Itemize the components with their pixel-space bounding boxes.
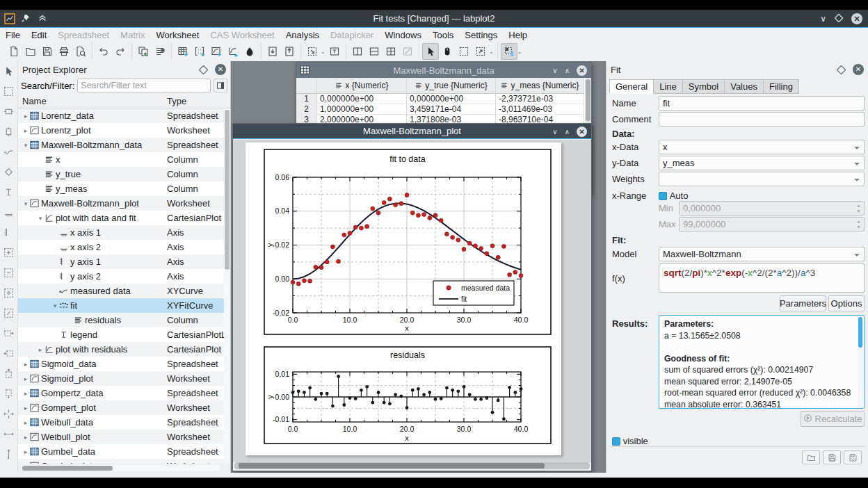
spreadsheet-cell[interactable]: -3,011469e-03 [496, 104, 584, 115]
close-dock-icon[interactable]: ✕ [853, 64, 864, 75]
column-header[interactable]: y_meas {Numeric} [496, 78, 584, 94]
document-print-button[interactable] [56, 43, 72, 60]
tree-item-lorentz-data[interactable]: ▸Lorentz_dataSpreadsheet [18, 108, 224, 123]
presenter-page-one-dropdown-icon[interactable]: ⌄ [517, 49, 523, 55]
tree-item-gumbel-plot[interactable]: ▸Gumbel_plotWorksheet [18, 459, 224, 464]
fit-to-data-plot[interactable]: fit to data-0.020.000.020.040.060.010.02… [264, 149, 552, 335]
min-spinbox[interactable]: 0,000000▲▼ [679, 201, 865, 215]
zoom-mode-button[interactable] [304, 43, 321, 60]
search-filter-input[interactable] [77, 79, 211, 92]
subwindow-minimize-icon[interactable]: ∨ [552, 67, 557, 74]
scale-auto-y-button[interactable] [2, 447, 16, 461]
auto-range-checkbox[interactable]: Auto [659, 190, 688, 201]
shade-icon[interactable] [38, 13, 49, 24]
new-workbook-button[interactable] [135, 43, 152, 60]
tree-item-x[interactable]: xColumn [18, 152, 224, 167]
expander-icon[interactable]: ▾ [22, 200, 29, 207]
save-configuration-button[interactable] [823, 450, 841, 464]
column-header[interactable]: y_true {Numeric} [407, 78, 496, 94]
zoom-in-button[interactable] [2, 245, 16, 259]
x-data-combobox[interactable]: x [659, 140, 865, 154]
tree-item-maxwell-boltzmann-data[interactable]: ▾Maxwell-Boltzmann_dataSpreadsheet [18, 138, 224, 152]
add-text-label-button[interactable] [326, 43, 343, 60]
worksheet-view[interactable]: fit to data-0.020.000.020.040.060.010.02… [233, 140, 591, 462]
import-data-button[interactable] [264, 43, 281, 60]
shift-right-button[interactable] [2, 326, 16, 340]
expander-icon[interactable]: ▸ [37, 346, 44, 353]
minimize-button[interactable]: ∨ [820, 14, 826, 24]
tab-filling[interactable]: Filling [764, 79, 799, 94]
spreadsheet-cell[interactable]: 1,000000e+00 [317, 104, 407, 115]
select-cursor-button[interactable] [2, 64, 16, 78]
tree-header[interactable]: Name Type [18, 95, 230, 108]
tree-item-plot-with-residuals[interactable]: ▸plot with residualsCartesianPlot [18, 342, 224, 357]
add-curve-button[interactable] [2, 145, 16, 158]
tree-horizontal-scrollbar[interactable] [21, 465, 220, 471]
document-new-button[interactable] [6, 43, 22, 60]
export-data-button[interactable] [281, 43, 298, 60]
comment-field[interactable] [659, 112, 865, 127]
tree-vertical-scrollbar[interactable] [224, 108, 230, 464]
add-y-axis-button[interactable] [2, 225, 16, 239]
formula-field[interactable]: sqrt(2/pi)*x^2*exp(-x^2/(2*a^2))/a^3 [659, 263, 865, 293]
tree-item-x-axis-2[interactable]: x axis 2Axis [18, 240, 224, 254]
visible-checkbox[interactable]: visible [612, 436, 648, 446]
tab-general[interactable]: General [609, 79, 654, 94]
tree-item-gompert-plot[interactable]: ▸Gompert_plotWorksheet [18, 400, 224, 415]
pan-horizontal-button[interactable] [2, 104, 16, 118]
pan-vertical-button[interactable] [2, 124, 16, 138]
print-preview-button[interactable] [72, 43, 89, 60]
tree-item-weibull-data[interactable]: ▸Weibull_dataSpreadsheet [18, 415, 224, 430]
save-as-default-button[interactable] [844, 450, 862, 464]
menu-help[interactable]: Help [503, 30, 533, 40]
spreadsheet-row[interactable]: 21,000000e+003,459171e-04-3,011469e-03 [296, 104, 591, 115]
tree-item-maxwell-boltzmann-plot[interactable]: ▾Maxwell-Boltzmann_plotWorksheet [18, 196, 224, 211]
spreadsheet-cell[interactable]: 3,459171e-04 [407, 104, 496, 115]
expander-icon[interactable]: ▾ [22, 142, 29, 149]
close-dock-icon[interactable]: ✕ [215, 64, 226, 75]
shift-left-button[interactable] [2, 346, 16, 360]
tree-item-legend[interactable]: legendCartesianPlotL [18, 327, 224, 342]
name-field[interactable]: fit [659, 96, 865, 111]
layout-grid-button[interactable] [383, 43, 399, 60]
menu-settings[interactable]: Settings [459, 30, 503, 40]
model-combobox[interactable]: Maxwell-Boltzmann [659, 247, 865, 261]
worksheet-window[interactable]: Maxwell-Boltzmann_plot ∨ ∧ ✕ fit to data… [232, 123, 592, 471]
tree-item-y-meas[interactable]: y_measColumn [18, 181, 224, 196]
tree-item-y-axis-2[interactable]: y axis 2Axis [18, 269, 224, 284]
add-x-axis-button[interactable] [2, 205, 16, 219]
spreadsheet-window-titlebar[interactable]: Maxwell-Boltzmann_data ∨ ∧ ✕ [296, 63, 591, 78]
subwindow-close-icon[interactable]: ✕ [577, 127, 587, 137]
scale-auto-button[interactable] [2, 407, 16, 421]
spreadsheet-cell[interactable]: 0,000000e+00 [317, 94, 407, 104]
filter-options-icon[interactable] [214, 79, 227, 92]
subwindow-minimize-icon[interactable]: ∨ [552, 128, 557, 136]
select-mode-button[interactable] [422, 43, 439, 60]
edit-redo-button[interactable] [112, 43, 129, 60]
residuals-plot[interactable]: residuals-0.010.000.010.010.020.030.040.… [264, 346, 552, 444]
layout-horizontal-button[interactable] [366, 43, 383, 60]
add-equation-curve-button[interactable] [2, 165, 16, 179]
tree-item-lorentz-plot[interactable]: ▸Lorentz_plotWorksheet [18, 123, 224, 138]
new-datapicker-button[interactable] [152, 43, 168, 60]
column-header-type[interactable]: Type [167, 96, 230, 106]
add-legend-button[interactable] [2, 185, 16, 199]
new-matrix-button[interactable] [191, 43, 208, 60]
expander-icon[interactable]: ▸ [22, 113, 29, 120]
expander-icon[interactable]: ▸ [22, 448, 29, 455]
parameters-button[interactable]: Parameters [780, 295, 826, 311]
column-header-name[interactable]: Name [18, 96, 167, 106]
spreadsheet-cell[interactable]: 0,000000e+00 [407, 94, 496, 104]
tree-item-sigmoid-data[interactable]: ▸Sigmoid_dataSpreadsheet [18, 357, 224, 371]
tab-symbol[interactable]: Symbol [683, 79, 725, 94]
expander-icon[interactable]: ▸ [22, 463, 29, 464]
zoom-fit-mode-button[interactable] [472, 43, 489, 60]
worksheet-horizontal-scrollbar[interactable] [234, 462, 590, 469]
menu-analysis[interactable]: Analysis [280, 30, 325, 40]
tree-item-y-axis-1[interactable]: y axis 1Axis [18, 254, 224, 269]
results-field[interactable]: Parameters:a = 13.1565±2.0508 Goodness o… [659, 315, 865, 409]
spreadsheet-cell[interactable]: -2,373721e-03 [496, 94, 584, 104]
maximize-button[interactable] [835, 14, 843, 24]
tree-item-plot-with-data-and-fit[interactable]: ▾plot with data and fitCartesianPlot [18, 211, 224, 225]
scale-auto-x-button[interactable] [2, 427, 16, 441]
